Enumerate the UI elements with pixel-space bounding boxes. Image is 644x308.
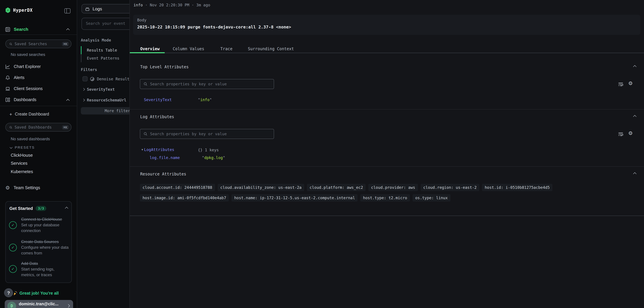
get-started-step[interactable]: ✓ Add Data Start sending logs, metrics, … bbox=[6, 260, 72, 278]
sidebar-item-client-sessions[interactable]: Client Sessions bbox=[5, 86, 42, 91]
preset-services[interactable]: Services bbox=[11, 161, 28, 166]
gear-icon[interactable]: ⚙ bbox=[628, 131, 633, 136]
search-icon bbox=[144, 82, 148, 86]
sidebar-item-label: Dashboards bbox=[14, 97, 36, 102]
user-email: dominic.tran@clickho... bbox=[19, 307, 57, 308]
resource-chip[interactable]: cloud.account.id: 244449518788 bbox=[140, 184, 215, 191]
wrap-lines-icon[interactable] bbox=[618, 82, 624, 87]
section-title-log-attributes: Log Attributes bbox=[140, 115, 174, 119]
body-label: Body bbox=[137, 18, 146, 22]
resource-chip[interactable]: host.name: ip-172-31-12-5.us-east-2.comp… bbox=[232, 194, 358, 201]
mode-results-table[interactable]: Results Table bbox=[81, 46, 117, 54]
source-select[interactable]: Logs bbox=[82, 4, 130, 13]
tab-trace[interactable]: Trace bbox=[220, 46, 232, 51]
filters-label: Filters bbox=[81, 67, 97, 72]
more-filters-button[interactable]: More filters bbox=[81, 107, 130, 115]
help-button[interactable]: ? bbox=[4, 288, 13, 297]
sidebar-item-team-settings[interactable]: ⚙ Team Settings bbox=[5, 185, 40, 190]
resource-chip[interactable]: host.type: t2.micro bbox=[360, 194, 410, 201]
property-search-field[interactable] bbox=[150, 132, 270, 136]
avatar-initial: D bbox=[10, 304, 13, 308]
event-search-box[interactable] bbox=[82, 18, 130, 30]
gear-icon: ⚙ bbox=[5, 185, 10, 190]
resource-chip[interactable]: host.image.id: ami-0f5fcdfbd140e4ab7 bbox=[140, 194, 229, 201]
filter-group-severitytext[interactable]: SeverityText bbox=[82, 87, 115, 92]
sidebar-item-label: Alerts bbox=[14, 75, 24, 80]
body-content[interactable]: 2025-10-22 10:15:09 purge fonts-dejavu-c… bbox=[137, 24, 291, 29]
logs-source-icon bbox=[85, 6, 90, 11]
chevron-down-icon bbox=[10, 146, 12, 149]
sidebar-item-search[interactable]: Search bbox=[5, 27, 28, 32]
resource-chip[interactable]: os.type: linux bbox=[412, 194, 450, 201]
get-started-step[interactable]: ✓ Connect to ClickHouse Set up your data… bbox=[6, 216, 72, 234]
quote: " bbox=[223, 155, 225, 160]
step-desc: Configure where your data comes from bbox=[21, 245, 69, 256]
mode-event-patterns[interactable]: Event Patterns bbox=[81, 54, 120, 62]
sidebar-item-label: Team Settings bbox=[14, 185, 40, 190]
property-search-field[interactable] bbox=[150, 82, 270, 86]
active-tab-indicator bbox=[130, 52, 165, 53]
avatar: D bbox=[8, 302, 16, 308]
tab-overview[interactable]: Overview bbox=[140, 46, 160, 51]
value-text: dpkg.log bbox=[204, 155, 223, 160]
collapse-section-icon[interactable] bbox=[633, 172, 636, 176]
preset-kubernetes[interactable]: Kubernetes bbox=[11, 169, 33, 174]
resource-chip[interactable]: cloud.provider: aws bbox=[368, 184, 418, 191]
shortcut-badge: ⌘K bbox=[62, 42, 69, 46]
divider bbox=[0, 106, 77, 106]
sidebar-item-dashboards[interactable]: Dashboards bbox=[5, 97, 36, 102]
gear-icon[interactable]: ⚙ bbox=[628, 81, 633, 86]
collapse-sidebar-icon[interactable] bbox=[64, 8, 70, 13]
tab-surrounding-context[interactable]: Surrounding Context bbox=[248, 46, 294, 51]
body-card: Body 2025-10-22 10:15:09 purge fonts-dej… bbox=[133, 15, 640, 35]
denoise-checkbox[interactable] bbox=[82, 76, 88, 81]
event-search-field[interactable] bbox=[86, 21, 130, 26]
no-saved-searches: No saved searches bbox=[11, 52, 45, 57]
attribute-key[interactable]: log.file.name bbox=[150, 155, 180, 160]
attribute-value[interactable]: "dpkg.log" bbox=[202, 155, 225, 160]
quote: " bbox=[202, 155, 204, 160]
chevron-up-icon[interactable] bbox=[66, 99, 70, 102]
presets-toggle[interactable]: PRESETS bbox=[10, 145, 35, 149]
attribute-value[interactable]: "info" bbox=[198, 97, 212, 102]
chevron-up-icon[interactable] bbox=[65, 207, 68, 210]
property-search-box[interactable] bbox=[140, 79, 274, 89]
sidebar-item-chart-explorer[interactable]: Chart Explorer bbox=[5, 64, 41, 69]
resource-chip[interactable]: host.id: i-0510b81275acbe4d5 bbox=[482, 184, 552, 191]
brand-name: HyperDX bbox=[13, 8, 33, 13]
check-circle-icon: ✓ bbox=[9, 265, 17, 273]
resource-chip[interactable]: cloud.region: us-east-2 bbox=[420, 184, 480, 191]
saved-dashboards-field[interactable] bbox=[14, 125, 60, 130]
preset-clickhouse[interactable]: ClickHouse bbox=[11, 153, 33, 158]
resource-chip[interactable]: cloud.platform: aws_ec2 bbox=[307, 184, 366, 191]
user-menu[interactable]: D dominic.tran@clic... dominic.tran@clic… bbox=[5, 300, 73, 308]
tabbar bbox=[130, 53, 644, 53]
lightning-icon: ⚡ bbox=[7, 8, 9, 12]
collapse-section-icon[interactable] bbox=[633, 115, 636, 118]
property-search-box[interactable] bbox=[140, 129, 274, 139]
resource-chip[interactable]: cloud.availability_zone: us-east-2a bbox=[218, 184, 304, 191]
step-title: Add Data bbox=[21, 260, 69, 266]
quote: " bbox=[210, 97, 212, 102]
collapse-section-icon[interactable] bbox=[633, 65, 636, 68]
brand-logo[interactable]: ⚡ HyperDX bbox=[5, 7, 33, 13]
filter-group-label: ResourceSchemaUrl bbox=[87, 98, 126, 102]
denoise-results-filter[interactable]: Denoise Results bbox=[82, 76, 130, 81]
sidebar-item-label: Search bbox=[14, 27, 28, 32]
filter-group-resourceschemaurl[interactable]: ResourceSchemaUrl bbox=[82, 98, 126, 102]
search-icon bbox=[10, 125, 12, 129]
chevron-up-icon[interactable] bbox=[66, 28, 70, 32]
section-title-resource-attributes: Resource Attributes bbox=[140, 172, 186, 176]
no-saved-dashboards: No saved dashboards bbox=[11, 137, 50, 141]
saved-searches-input[interactable]: ⌘K bbox=[5, 39, 72, 48]
attribute-tree-root[interactable]: ▾ LogAttributes bbox=[142, 147, 174, 152]
tab-column-values[interactable]: Column Values bbox=[173, 46, 204, 51]
create-dashboard-button[interactable]: + Create Dashboard bbox=[10, 112, 49, 117]
saved-dashboards-input[interactable]: ⌘K bbox=[5, 123, 72, 132]
divider bbox=[130, 216, 644, 216]
get-started-step[interactable]: ✓ Create Data Sources Configure where yo… bbox=[6, 239, 72, 256]
sidebar-item-alerts[interactable]: Alerts bbox=[5, 75, 24, 80]
attribute-key[interactable]: SeverityText bbox=[144, 97, 172, 102]
wrap-lines-icon[interactable] bbox=[618, 132, 624, 137]
saved-searches-field[interactable] bbox=[14, 41, 60, 46]
